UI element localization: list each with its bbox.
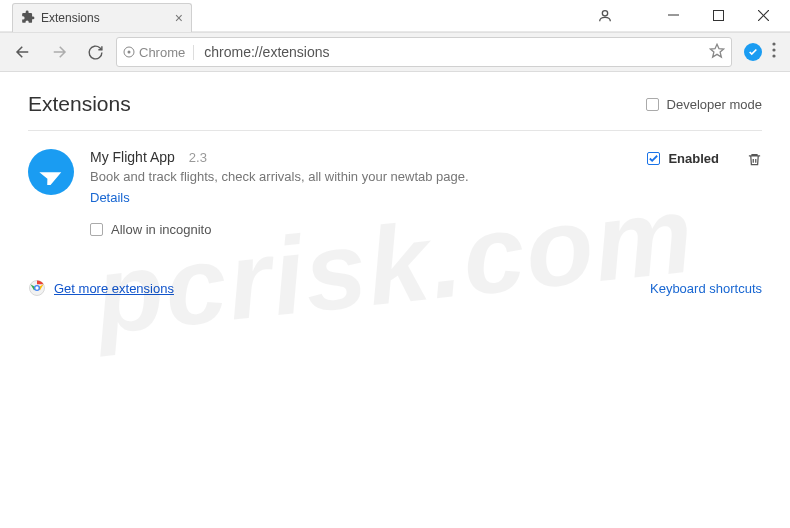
page-content: Extensions Developer mode My Flight App …: [0, 72, 790, 317]
developer-mode-toggle[interactable]: Developer mode: [646, 97, 762, 112]
allow-incognito-label: Allow in incognito: [111, 222, 211, 237]
browser-tab[interactable]: Extensions ×: [12, 3, 192, 32]
tab-title: Extensions: [41, 11, 100, 25]
get-more-extensions-link[interactable]: Get more extensions: [54, 281, 174, 296]
extension-item: My Flight App 2.3 Book and track flights…: [28, 131, 762, 249]
enabled-label: Enabled: [668, 151, 719, 166]
svg-point-6: [128, 51, 131, 54]
chrome-store-icon: [28, 279, 46, 297]
extension-puzzle-icon: [21, 10, 35, 27]
page-title: Extensions: [28, 92, 131, 116]
profile-icon[interactable]: [582, 8, 627, 24]
extension-description: Book and track flights, check arrivals, …: [90, 169, 631, 184]
back-button[interactable]: [8, 37, 38, 67]
bookmark-star-icon[interactable]: [709, 43, 725, 62]
minimize-button[interactable]: [651, 2, 696, 30]
url-scheme-chip: Chrome: [123, 45, 194, 60]
svg-point-12: [35, 286, 38, 289]
developer-mode-label: Developer mode: [667, 97, 762, 112]
svg-point-9: [772, 54, 775, 57]
keyboard-shortcuts-link[interactable]: Keyboard shortcuts: [650, 281, 762, 296]
extension-app-icon: [28, 149, 74, 195]
checkbox-icon: [90, 223, 103, 236]
tab-close-icon[interactable]: ×: [175, 10, 183, 26]
extension-details-link[interactable]: Details: [90, 190, 130, 205]
close-window-button[interactable]: [741, 2, 786, 30]
extension-version: 2.3: [189, 150, 207, 165]
svg-rect-2: [714, 11, 724, 21]
svg-point-8: [772, 48, 775, 51]
forward-button[interactable]: [44, 37, 74, 67]
trash-icon[interactable]: [747, 151, 762, 172]
reload-button[interactable]: [80, 37, 110, 67]
maximize-button[interactable]: [696, 2, 741, 30]
address-bar[interactable]: Chrome chrome://extensions: [116, 37, 732, 67]
svg-point-0: [602, 10, 607, 15]
browser-toolbar: Chrome chrome://extensions: [0, 32, 790, 72]
extension-badge-icon[interactable]: [744, 43, 762, 61]
checkbox-icon: [646, 98, 659, 111]
svg-point-7: [772, 42, 775, 45]
allow-incognito-toggle[interactable]: Allow in incognito: [90, 222, 211, 237]
enabled-toggle[interactable]: Enabled: [647, 151, 719, 166]
url-text: chrome://extensions: [204, 44, 703, 60]
menu-button[interactable]: [772, 42, 776, 62]
checkbox-checked-icon: [647, 152, 660, 165]
extension-name: My Flight App: [90, 149, 175, 165]
